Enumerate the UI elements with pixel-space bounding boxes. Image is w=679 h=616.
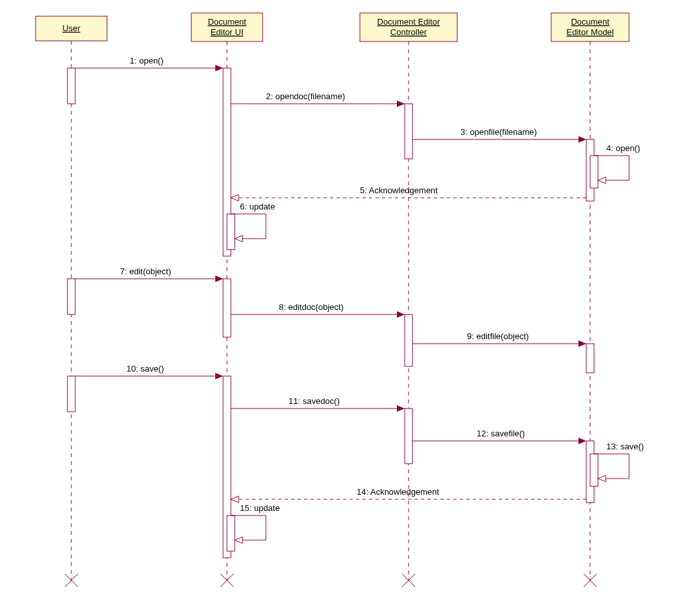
lifeline-model-label-line1: Document [571, 17, 610, 27]
lifeline-ui-label-line1: Document [208, 17, 246, 27]
svg-marker-18 [598, 177, 606, 184]
activation-model-1b [590, 156, 598, 188]
svg-marker-29 [215, 373, 223, 379]
message-6: 6: update [231, 202, 275, 242]
activation-model-2 [586, 344, 594, 373]
activation-user-2 [67, 279, 75, 314]
message-14-label: 14: Acknowledgement [357, 487, 440, 497]
svg-marker-37 [235, 537, 243, 543]
svg-marker-21 [235, 235, 243, 242]
activation-ctrl-3 [405, 409, 412, 464]
message-12-label: 12: savefile() [477, 429, 525, 438]
message-4: 4: open() [594, 143, 640, 184]
activation-model-3b [590, 454, 598, 486]
message-12: 12: savefile() [412, 429, 586, 444]
svg-marker-23 [215, 276, 223, 282]
lifeline-controller-label-line2: Controller [390, 27, 427, 37]
message-4-label: 4: open() [606, 143, 640, 153]
message-11-label: 11: savedoc() [289, 396, 340, 406]
activation-ui-1b [227, 214, 235, 250]
message-6-label: 6: update [240, 202, 275, 211]
svg-marker-34 [598, 475, 606, 482]
svg-marker-33 [578, 438, 586, 444]
message-8-label: 8: editdoc(object) [279, 302, 344, 312]
svg-marker-13 [215, 65, 223, 71]
lifeline-model-label-line2: Editor Model [567, 27, 614, 37]
message-10-label: 10: save() [126, 364, 164, 373]
svg-marker-31 [397, 405, 405, 412]
activation-user-1 [67, 68, 75, 104]
message-7: 7: edit(object) [75, 267, 223, 282]
message-2-label: 2: opendoc(filename) [266, 91, 345, 101]
destroy-controller [402, 574, 415, 587]
message-13-label: 13: save() [606, 442, 644, 451]
message-9-label: 9: editfile(object) [467, 331, 529, 341]
activation-ui-3b [227, 515, 235, 551]
message-15-label: 15: update [240, 503, 280, 513]
message-8: 8: editdoc(object) [231, 302, 405, 318]
activation-ui-2 [223, 279, 231, 337]
sequence-diagram: User Document Editor UI Document Editor … [0, 0, 679, 616]
lifeline-controller-label-line1: Document Editor [377, 17, 440, 27]
message-3-label: 3: openfile(filename) [460, 127, 537, 137]
activation-user-3 [67, 376, 75, 412]
message-2: 2: opendoc(filename) [231, 91, 405, 107]
lifeline-user: User [36, 16, 107, 41]
message-7-label: 7: edit(object) [120, 267, 171, 276]
svg-marker-20 [231, 195, 239, 201]
destroy-model [584, 574, 597, 587]
message-3: 3: openfile(filename) [412, 127, 586, 143]
message-11: 11: savedoc() [231, 396, 405, 412]
activation-ctrl-1 [405, 104, 412, 159]
lifeline-ui-label-line2: Editor UI [211, 27, 244, 37]
lifeline-ui: Document Editor UI [191, 13, 263, 41]
message-15: 15: update [231, 503, 280, 543]
destroy-ui [220, 574, 233, 587]
svg-marker-15 [397, 101, 405, 107]
message-10: 10: save() [75, 364, 223, 379]
svg-marker-27 [578, 340, 586, 347]
lifeline-user-label: User [62, 23, 80, 33]
svg-marker-36 [231, 496, 239, 503]
message-14: 14: Acknowledgement [231, 487, 586, 503]
message-5-label: 5: Acknowledgement [360, 185, 438, 195]
destroy-user [65, 574, 78, 587]
message-1-label: 1: open() [130, 56, 163, 65]
lifeline-model: Document Editor Model [551, 13, 629, 41]
message-13: 13: save() [594, 442, 644, 482]
svg-marker-17 [578, 136, 586, 143]
lifeline-controller: Document Editor Controller [360, 13, 457, 41]
message-9: 9: editfile(object) [412, 331, 586, 347]
svg-marker-25 [397, 311, 405, 318]
message-1: 1: open() [75, 56, 223, 71]
activation-ctrl-2 [405, 314, 412, 366]
